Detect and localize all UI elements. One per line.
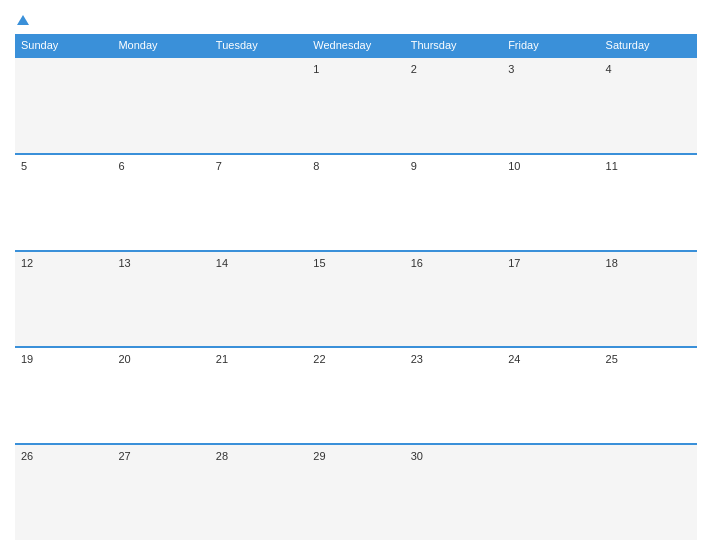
day-number: 2 [411, 63, 417, 75]
day-number: 18 [606, 257, 618, 269]
day-number: 21 [216, 353, 228, 365]
day-cell: 18 [600, 252, 697, 347]
logo-triangle-icon [17, 15, 29, 25]
day-number: 22 [313, 353, 325, 365]
day-number: 26 [21, 450, 33, 462]
day-cell: 5 [15, 155, 112, 250]
day-cell: 27 [112, 445, 209, 540]
day-cell: 26 [15, 445, 112, 540]
day-number: 30 [411, 450, 423, 462]
calendar-page: SundayMondayTuesdayWednesdayThursdayFrid… [0, 0, 712, 550]
day-number: 29 [313, 450, 325, 462]
day-number: 14 [216, 257, 228, 269]
day-cell: 9 [405, 155, 502, 250]
day-cell: 19 [15, 348, 112, 443]
day-header-sunday: Sunday [15, 34, 112, 56]
day-number: 11 [606, 160, 618, 172]
day-cell [210, 58, 307, 153]
week-row: 1234 [15, 56, 697, 153]
day-cell: 21 [210, 348, 307, 443]
day-cell: 4 [600, 58, 697, 153]
day-number: 28 [216, 450, 228, 462]
day-number: 17 [508, 257, 520, 269]
day-number: 9 [411, 160, 417, 172]
day-number: 8 [313, 160, 319, 172]
day-cell: 30 [405, 445, 502, 540]
day-header-thursday: Thursday [405, 34, 502, 56]
day-cell: 13 [112, 252, 209, 347]
day-number: 27 [118, 450, 130, 462]
day-header-friday: Friday [502, 34, 599, 56]
day-number: 24 [508, 353, 520, 365]
day-header-monday: Monday [112, 34, 209, 56]
day-number: 23 [411, 353, 423, 365]
day-cell: 16 [405, 252, 502, 347]
day-cell [15, 58, 112, 153]
day-cell: 10 [502, 155, 599, 250]
day-cell: 22 [307, 348, 404, 443]
day-number: 16 [411, 257, 423, 269]
day-number: 25 [606, 353, 618, 365]
day-cell: 17 [502, 252, 599, 347]
week-row: 12131415161718 [15, 250, 697, 347]
day-cell: 11 [600, 155, 697, 250]
day-cell: 2 [405, 58, 502, 153]
day-cell: 20 [112, 348, 209, 443]
day-cell: 1 [307, 58, 404, 153]
day-cell: 14 [210, 252, 307, 347]
day-cell [600, 445, 697, 540]
day-number: 12 [21, 257, 33, 269]
day-number: 4 [606, 63, 612, 75]
day-number: 10 [508, 160, 520, 172]
day-number: 20 [118, 353, 130, 365]
day-number: 5 [21, 160, 27, 172]
day-header-saturday: Saturday [600, 34, 697, 56]
day-number: 1 [313, 63, 319, 75]
day-cell: 23 [405, 348, 502, 443]
day-cell: 24 [502, 348, 599, 443]
logo [15, 15, 29, 26]
day-number: 3 [508, 63, 514, 75]
day-cell: 15 [307, 252, 404, 347]
day-headers-row: SundayMondayTuesdayWednesdayThursdayFrid… [15, 34, 697, 56]
day-cell: 6 [112, 155, 209, 250]
week-row: 2627282930 [15, 443, 697, 540]
day-cell: 12 [15, 252, 112, 347]
header [15, 10, 697, 34]
day-number: 7 [216, 160, 222, 172]
calendar: SundayMondayTuesdayWednesdayThursdayFrid… [15, 34, 697, 540]
day-number: 19 [21, 353, 33, 365]
day-header-wednesday: Wednesday [307, 34, 404, 56]
day-cell: 3 [502, 58, 599, 153]
day-cell: 25 [600, 348, 697, 443]
day-cell: 7 [210, 155, 307, 250]
day-cell [112, 58, 209, 153]
day-number: 15 [313, 257, 325, 269]
week-row: 19202122232425 [15, 346, 697, 443]
day-cell: 8 [307, 155, 404, 250]
day-cell [502, 445, 599, 540]
day-cell: 29 [307, 445, 404, 540]
day-number: 6 [118, 160, 124, 172]
day-cell: 28 [210, 445, 307, 540]
week-row: 567891011 [15, 153, 697, 250]
day-header-tuesday: Tuesday [210, 34, 307, 56]
day-number: 13 [118, 257, 130, 269]
weeks-container: 1234567891011121314151617181920212223242… [15, 56, 697, 540]
